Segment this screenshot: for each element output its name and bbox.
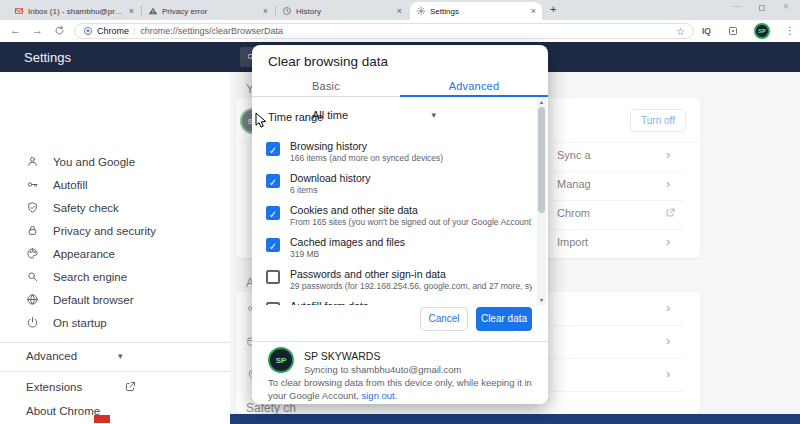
sidebar-item-label: On startup — [53, 317, 107, 329]
url-chip: Chrome — [97, 26, 129, 36]
row-cached-images[interactable]: ✓ Cached images and files 319 MB — [252, 232, 532, 264]
sidebar-item-label: Extensions — [26, 381, 82, 393]
power-icon — [26, 316, 39, 329]
item-detail: From 165 sites (you won't be signed out … — [290, 217, 532, 227]
dialog-scrollbar[interactable]: ▴ ▾ — [537, 97, 546, 305]
new-tab-button[interactable]: + — [550, 3, 556, 15]
item-label: Browsing history — [290, 140, 367, 152]
cancel-button[interactable]: Cancel — [420, 307, 468, 331]
tab-basic[interactable]: Basic — [252, 75, 400, 97]
time-range-select[interactable]: All time ▾ — [306, 105, 438, 125]
sidebar-item-safety-check[interactable]: Safety check — [0, 196, 226, 219]
sidebar-item-label: About Chrome — [26, 405, 100, 417]
clear-data-button[interactable]: Clear data — [476, 307, 532, 331]
omnibox[interactable]: Chrome | chrome://settings/clearBrowserD… — [74, 23, 694, 39]
profile-avatar[interactable]: SP — [754, 23, 770, 39]
footer-note-period: . — [395, 390, 398, 401]
tab-history[interactable]: History × — [276, 2, 408, 20]
chevron-down-icon: ▾ — [431, 110, 436, 120]
checkbox-autofill-form-data[interactable]: ✓ — [266, 302, 280, 305]
sidebar-item-advanced[interactable]: Advanced ▾ — [0, 344, 226, 367]
check-icon: ✓ — [268, 176, 278, 189]
dialog-title: Clear browsing data — [268, 54, 388, 69]
tab-close-icon[interactable]: × — [531, 7, 536, 16]
row-autofill-form-data[interactable]: ✓ Autofill form data — [252, 296, 532, 305]
tab-close-icon[interactable]: × — [263, 7, 268, 16]
bottom-blue-strip — [230, 414, 800, 424]
gmail-icon — [14, 6, 24, 16]
checkbox-cached-images[interactable]: ✓ — [266, 238, 280, 252]
sidebar-item-you-and-google[interactable]: You and Google — [0, 150, 226, 173]
page-title: Settings — [24, 50, 71, 65]
chevron-down-icon: ▾ — [118, 351, 123, 361]
dialog-footer-divider — [252, 341, 548, 342]
tab-privacy-error[interactable]: Privacy error × — [142, 2, 274, 20]
item-label: Autofill form data — [290, 300, 369, 305]
sidebar-item-label: Advanced — [26, 350, 77, 362]
globe-icon — [26, 293, 39, 306]
row-passwords[interactable]: ✓ Passwords and other sign-in data 29 pa… — [252, 264, 532, 296]
sidebar-item-about-chrome[interactable]: About Chrome — [0, 399, 226, 422]
window-minimize-icon[interactable]: — — [733, 1, 741, 10]
item-detail: 6 items — [290, 185, 317, 195]
tab-close-icon[interactable]: × — [129, 7, 134, 16]
dialog-tab-bar: Basic Advanced — [252, 75, 548, 97]
search-icon — [26, 270, 39, 283]
scroll-up-icon[interactable]: ▴ — [537, 98, 546, 105]
row-browsing-history[interactable]: ✓ Browsing history 166 items (and more o… — [252, 136, 532, 168]
checkbox-browsing-history[interactable]: ✓ — [266, 142, 280, 156]
row-cookies[interactable]: ✓ Cookies and other site data From 165 s… — [252, 200, 532, 232]
reload-button[interactable] — [54, 25, 65, 38]
gear-icon — [416, 6, 426, 16]
scrollbar-thumb[interactable] — [538, 107, 545, 213]
sidebar-item-extensions[interactable]: Extensions — [0, 375, 226, 398]
browser-toolbar: ← → Chrome | chrome://settings/clearBrow… — [0, 20, 800, 42]
browser-window: Inbox (1) - shambhu@property... × Privac… — [0, 0, 800, 424]
warning-icon — [148, 6, 158, 16]
account-sync-status: Syncing to shambhu4uto@gmail.com — [304, 364, 462, 375]
sidebar-item-privacy-security[interactable]: Privacy and security — [0, 219, 226, 242]
back-button[interactable]: ← — [10, 24, 21, 36]
checkbox-passwords[interactable]: ✓ — [266, 270, 280, 284]
checkbox-cookies[interactable]: ✓ — [266, 206, 280, 220]
sidebar-divider — [0, 342, 230, 343]
bookmark-star-icon[interactable]: ☆ — [676, 26, 685, 37]
extension-iq-badge[interactable]: IQ — [702, 26, 711, 36]
window-maximize-icon[interactable] — [759, 5, 765, 11]
sidebar-divider — [0, 371, 230, 372]
footer-note-text: To clear browsing data from this device … — [268, 377, 532, 401]
sidebar-item-label: Privacy and security — [53, 225, 156, 237]
sidebar-item-label: Autofill — [53, 179, 88, 191]
tab-close-icon[interactable]: × — [397, 7, 402, 16]
tab-strip: Inbox (1) - shambhu@property... × Privac… — [0, 0, 800, 20]
item-detail: 166 items (and more on synced devices) — [290, 153, 443, 163]
external-link-icon — [124, 380, 137, 393]
check-icon: ✓ — [268, 144, 278, 157]
sidebar-item-default-browser[interactable]: Default browser — [0, 288, 226, 311]
sidebar-item-label: Appearance — [53, 248, 115, 260]
window-close-icon[interactable]: × — [783, 1, 789, 12]
sidebar-item-autofill[interactable]: Autofill — [0, 173, 226, 196]
tab-settings[interactable]: Settings × — [410, 2, 542, 20]
extension-icon[interactable] — [727, 25, 739, 37]
sidebar-item-appearance[interactable]: Appearance — [0, 242, 226, 265]
avatar-initials: SP — [276, 356, 287, 365]
menu-icon[interactable]: ⋮ — [785, 25, 795, 36]
key-icon — [26, 178, 39, 191]
sync-account-avatar: SP — [268, 347, 294, 373]
lock-icon — [26, 224, 39, 237]
checkbox-download-history[interactable]: ✓ — [266, 174, 280, 188]
sidebar-item-on-startup[interactable]: On startup — [0, 311, 226, 334]
sign-out-link[interactable]: sign out — [361, 390, 394, 401]
avatar-initials: SP — [758, 28, 765, 34]
tab-inbox[interactable]: Inbox (1) - shambhu@property... × — [8, 2, 140, 20]
tab-title: Settings — [430, 7, 527, 16]
sidebar-item-search-engine[interactable]: Search engine — [0, 265, 226, 288]
scroll-down-icon[interactable]: ▾ — [537, 296, 546, 303]
url-text[interactable]: chrome://settings/clearBrowserData — [140, 26, 676, 36]
row-download-history[interactable]: ✓ Download history 6 items — [252, 168, 532, 200]
forward-button[interactable]: → — [32, 24, 43, 36]
tab-advanced[interactable]: Advanced — [400, 75, 548, 97]
account-name: SP SKYWARDS — [304, 350, 380, 362]
tab-title: Inbox (1) - shambhu@property... — [28, 7, 125, 16]
